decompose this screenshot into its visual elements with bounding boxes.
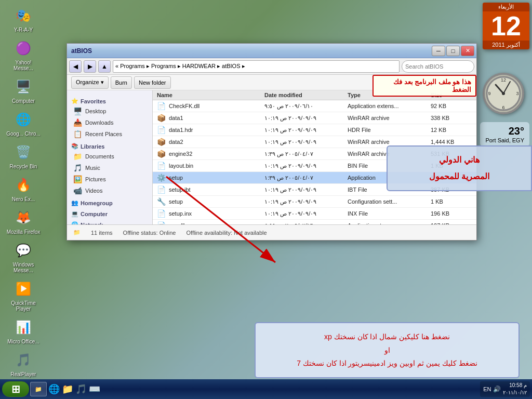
- sidebar-item-documents[interactable]: 📁 Documents: [67, 151, 152, 162]
- file-name: 📄 setup.inx: [157, 209, 264, 218]
- breadcrumb-bar[interactable]: « Programs ▸ Programs ▸ HARDWEAR ▸ atBIO…: [113, 60, 400, 73]
- back-button[interactable]: ◀: [69, 60, 82, 73]
- desktop-icon-small: 🖥️: [73, 107, 82, 115]
- folder-icon: 📁: [73, 229, 81, 236]
- file-icon: 📄: [157, 162, 166, 170]
- bottom-info-box: نضغط هنا كليكين شمال اذا كان نسختك xp او…: [255, 322, 520, 378]
- desktop-icon-yahoo[interactable]: 🟣 Yahoo! Messe...: [5, 38, 42, 71]
- tray-volume[interactable]: 🔊: [493, 385, 501, 393]
- burn-button[interactable]: Burn: [111, 76, 132, 89]
- taskbar-ie[interactable]: 🌐: [48, 383, 60, 395]
- icon-img-realplayer: 🎵: [13, 350, 34, 370]
- file-date: ٢٠٠٩/٠٩/٠٩ ص ١٠:١٩: [264, 163, 348, 169]
- table-row[interactable]: 🔧 setup ٢٠٠٩/٠٩/٠٩ ص ١٠:١٩ Configuration…: [153, 196, 476, 208]
- file-type: WinRAR archive: [348, 139, 431, 145]
- desktop-icons: 🎭 Y-R-A-Y 🟣 Yahoo! Messe... 🖥️ Computer …: [5, 5, 42, 399]
- desktop-icon-google_chrome[interactable]: 🌐 Goog... Chro...: [5, 109, 42, 137]
- minimize-button[interactable]: ─: [432, 46, 445, 56]
- bottom-info-line3: نضغط كليك يمين ثم اوبين ويز ادمينيسريتور…: [264, 357, 510, 370]
- right-info-line2: المصرية للمحمول: [394, 168, 525, 185]
- desktop-icon-windows_m[interactable]: 💬 Windows Messe...: [5, 240, 42, 273]
- music-icon: 🎵: [73, 164, 82, 172]
- desktop-icon-recycle[interactable]: 🗑️ Recycle Bin: [5, 142, 42, 169]
- annotation-top: هذا هو ملف البرنامج بعد فك الضغط: [373, 75, 476, 97]
- file-type: WinRAR archive: [348, 115, 431, 121]
- sidebar-item-downloads[interactable]: 📥 Downloads: [67, 117, 152, 128]
- bottom-info-line1: نضغط هنا كليكين شمال اذا كان نسختك xp: [264, 330, 510, 343]
- file-date: ٢٠٠٩/٠٩/٠٩ ص ١٠:١٩: [264, 198, 348, 205]
- forward-button[interactable]: ▶: [84, 60, 96, 73]
- desktop-icon-firefox[interactable]: 🦊 Mozilla Firefox: [5, 207, 42, 235]
- col-date[interactable]: Date modified: [264, 92, 348, 98]
- icon-label-yray: Y-R-A-Y: [14, 27, 33, 33]
- sidebar-item-videos[interactable]: 📹 Videos: [67, 185, 152, 196]
- svg-text:12: 12: [501, 77, 506, 83]
- sidebar-item-pictures[interactable]: 🖼️ Pictures: [67, 174, 152, 185]
- file-size: 196 KB: [431, 210, 472, 217]
- explorer-taskbar-icon: 📁: [35, 386, 42, 393]
- icon-label-windows_m: Windows Messe...: [5, 262, 42, 273]
- breadcrumb-text: « Programs ▸ Programs ▸ HARDWEAR ▸ atBIO…: [115, 63, 245, 70]
- desktop-icon-computer[interactable]: 🖥️ Computer: [5, 76, 42, 104]
- desktop-icon-realplayer[interactable]: 🎵 RealPlayer: [5, 350, 42, 377]
- file-name: 🔧 setup: [157, 197, 264, 206]
- table-row[interactable]: 📄 CheckFK.dll ٢٠٠٩/٠٦/١٠ ص ٩:٥٠ Applicat…: [153, 100, 476, 112]
- new-folder-button[interactable]: New folder: [134, 76, 171, 89]
- file-icon: 📦: [157, 138, 166, 146]
- file-icon: 📄: [157, 185, 166, 194]
- table-row[interactable]: 📄 ycc.dll ٢٠٠٩/٠٧/١٦ ص ٤:٥٥ Applicatio e…: [153, 220, 476, 224]
- file-name: 📄 layout.bin: [157, 162, 264, 170]
- search-input[interactable]: [402, 60, 474, 73]
- bottom-info-line2: او: [264, 344, 510, 357]
- downloads-icon: 📥: [73, 118, 82, 127]
- calendar-day-name: الأربعاء: [483, 3, 529, 11]
- sidebar-item-recent[interactable]: 📋 Recent Places: [67, 128, 152, 140]
- tray-lang[interactable]: EN: [483, 386, 491, 392]
- sidebar-item-music[interactable]: 🎵 Music: [67, 162, 152, 174]
- desktop-icon-micro[interactable]: 📊 Micro Office...: [5, 317, 42, 344]
- offline-status: Offline status: Online: [123, 230, 176, 236]
- file-date: ٢٠٠٩/٠٩/٠٩ ص ١٠:١٩: [264, 187, 348, 193]
- desktop-icon-yray[interactable]: 🎭 Y-R-A-Y: [5, 5, 42, 33]
- system-tray: EN 🔊 10:58 م ٢٠١١/١٠/١٢: [480, 381, 530, 397]
- desktop-icon-quicktime[interactable]: ▶️ QuickTime Player: [5, 278, 42, 312]
- taskbar-explorer[interactable]: 📁: [30, 382, 47, 396]
- taskbar-media[interactable]: 🎵: [75, 383, 87, 395]
- table-row[interactable]: 📦 data1 ٢٠٠٩/٠٩/٠٩ ص ١٠:١٩ WinRAR archiv…: [153, 112, 476, 124]
- taskbar: ⊞ 📁 🌐 📁 🎵 ⌨️ EN 🔊 10:58 م ٢٠١١/١٠/١٢: [0, 379, 532, 399]
- sidebar-libraries-title: 📚Libraries: [67, 140, 152, 151]
- tray-clock[interactable]: 10:58 م ٢٠١١/١٠/١٢: [503, 382, 527, 396]
- organize-button[interactable]: Organize ▾: [71, 76, 109, 89]
- sidebar-network-title: 🌐Network: [67, 218, 152, 224]
- file-size: 92 KB: [431, 103, 472, 109]
- file-icon: 📄: [157, 102, 166, 110]
- start-button[interactable]: ⊞: [2, 381, 29, 397]
- sidebar-homegroup-title: 👥Homegroup: [67, 196, 152, 207]
- file-icon: 🔧: [157, 197, 166, 206]
- col-name[interactable]: Name: [157, 92, 264, 98]
- file-date: ٢٠٠٩/٠٩/٠٩ ص ١٠:١٩: [264, 115, 348, 122]
- icon-img-windows_m: 💬: [13, 240, 34, 261]
- file-name: 📦 data1: [157, 114, 264, 122]
- taskbar-keyboard[interactable]: ⌨️: [88, 383, 101, 395]
- toolbar: Organize ▾ Burn New folder هذا هو ملف ال…: [67, 75, 476, 90]
- desktop-icon-nero[interactable]: 🔥 Nero Ex...: [5, 175, 42, 202]
- icon-img-computer: 🖥️: [13, 76, 34, 97]
- file-type: Configuration sett...: [348, 198, 431, 205]
- sidebar-item-desktop[interactable]: 🖥️ Desktop: [67, 105, 152, 117]
- icon-img-firefox: 🦊: [13, 207, 34, 228]
- right-info-line1: هاني الدولي: [394, 152, 525, 168]
- up-button[interactable]: ▲: [98, 60, 111, 73]
- sidebar: ⭐Favorites 🖥️ Desktop 📥 Downloads 📋 Rece…: [67, 90, 153, 224]
- maximize-button[interactable]: □: [446, 46, 460, 56]
- taskbar-folder[interactable]: 📁: [61, 383, 74, 395]
- pictures-icon: 🖼️: [73, 175, 82, 183]
- close-button[interactable]: ✕: [461, 46, 474, 56]
- table-row[interactable]: 📄 data1.hdr ٢٠٠٩/٠٩/٠٩ ص ١٠:١٩ HDR File …: [153, 124, 476, 136]
- calendar-day-number: 12: [483, 11, 529, 41]
- file-size: 338 KB: [431, 115, 472, 121]
- explorer-window: atBIOS ─ □ ✕ ◀ ▶ ▲ « Programs ▸ Programs…: [66, 43, 477, 241]
- file-size: 1 KB: [431, 198, 472, 205]
- table-row[interactable]: 📄 setup.inx ٢٠٠٩/٠٩/٠٩ ص ١٠:١٩ INX File …: [153, 208, 476, 220]
- window-controls: ─ □ ✕: [432, 46, 474, 56]
